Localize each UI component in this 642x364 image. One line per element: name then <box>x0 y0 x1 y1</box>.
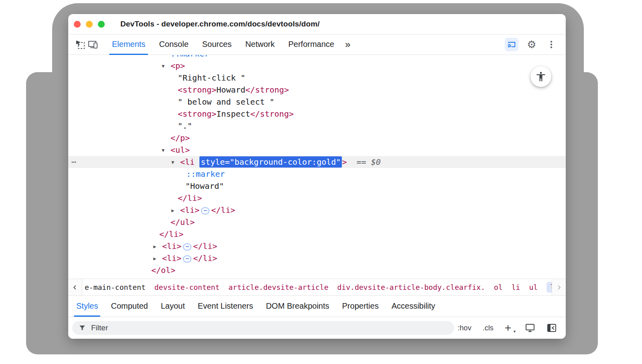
dom-text[interactable]: "Right-click " <box>178 73 246 83</box>
disclosure-open-icon[interactable]: ▼ <box>162 144 171 156</box>
minimize-window-button[interactable] <box>86 21 93 28</box>
pseudo-element-marker[interactable]: ::marker <box>171 55 209 59</box>
tab-console[interactable]: Console <box>152 34 195 55</box>
tab-sources[interactable]: Sources <box>195 34 238 55</box>
dom-tree-line[interactable]: ▶<li>⋯</li> <box>68 204 566 216</box>
dom-tag[interactable]: </strong> <box>246 85 289 95</box>
more-panels-button[interactable]: » <box>341 34 354 55</box>
rendering-icon[interactable] <box>525 323 535 333</box>
screencast-icon[interactable] <box>505 38 518 51</box>
accessibility-button[interactable] <box>530 66 551 87</box>
toggle-sidebar-icon[interactable] <box>547 323 557 333</box>
close-window-button[interactable] <box>74 21 81 28</box>
breadcrumb-scroll-left-button[interactable] <box>68 279 82 295</box>
dom-tag[interactable]: </li> <box>193 253 217 263</box>
dom-tree-line[interactable]: "." <box>68 120 566 132</box>
tab-performance[interactable]: Performance <box>282 34 341 55</box>
dom-tree-line[interactable]: <strong>Inspect</strong> <box>68 108 566 120</box>
device-toolbar-icon[interactable] <box>87 38 100 51</box>
breadcrumb-item-e-main-content[interactable]: e-main-content <box>85 283 146 291</box>
breadcrumb-item-ol[interactable]: ol <box>494 283 503 291</box>
sidebar-tab-properties[interactable]: Properties <box>336 296 385 317</box>
dom-tag[interactable]: <p> <box>171 61 185 71</box>
dom-tree-line[interactable]: ::marker <box>68 168 566 180</box>
sidebar-tab-accessibility[interactable]: Accessibility <box>385 296 442 317</box>
tab-elements[interactable]: Elements <box>105 34 152 55</box>
selected-attribute[interactable]: style="background-color:gold" <box>199 156 342 168</box>
dom-text[interactable]: " below and select " <box>178 97 274 107</box>
element-classes-button[interactable]: .cls <box>483 324 494 332</box>
dom-text[interactable] <box>366 157 371 167</box>
dom-tag[interactable]: <ul> <box>171 145 190 155</box>
dom-tree-line[interactable]: " below and select " <box>68 96 566 108</box>
settings-gear-icon[interactable]: ⚙ <box>525 38 538 51</box>
filter-input[interactable]: Filter <box>72 321 454 335</box>
dom-tag[interactable]: </li> <box>178 193 202 203</box>
dom-tag[interactable]: > <box>342 157 347 167</box>
breadcrumb-item-div-devsite-article-body-clearfix[interactable]: div.devsite-article-body.clearfix. <box>337 283 485 291</box>
dom-text[interactable]: Inspect <box>216 109 250 119</box>
dom-tree-line[interactable]: ⋯▼<li style="background-color:gold"> == … <box>68 156 566 168</box>
zoom-window-button[interactable] <box>98 21 105 28</box>
dom-tree-line[interactable]: ▶<li>⋯</li> <box>68 252 566 264</box>
disclosure-closed-icon[interactable]: ▶ <box>153 253 162 265</box>
disclosure-open-icon[interactable]: ▼ <box>171 156 180 168</box>
dom-tag[interactable]: </ul> <box>171 217 195 227</box>
dom-tag[interactable]: </li> <box>159 229 183 239</box>
toggle-element-state-button[interactable]: :hov <box>458 324 471 332</box>
dom-tree-line[interactable]: <strong>Howard</strong> <box>68 84 566 96</box>
toolbar-right-controls: ⚙ <box>505 38 566 51</box>
dom-tag[interactable]: <li <box>180 157 195 167</box>
sidebar-tab-layout[interactable]: Layout <box>154 296 191 317</box>
dom-tag[interactable]: <strong> <box>178 109 216 119</box>
disclosure-open-icon[interactable]: ▼ <box>162 60 171 72</box>
breadcrumb-scroll-right-button[interactable] <box>552 279 566 295</box>
breadcrumb-item-ul[interactable]: ul <box>529 283 538 291</box>
dom-tag[interactable]: </strong> <box>250 109 294 119</box>
disclosure-closed-icon[interactable]: ▶ <box>171 204 180 216</box>
dom-tag[interactable]: <li> <box>162 253 181 263</box>
dom-text[interactable]: "Howard" <box>185 181 224 191</box>
breadcrumb-item-devsite-content[interactable]: devsite-content <box>154 283 220 291</box>
sidebar-tab-event-listeners[interactable]: Event Listeners <box>191 296 260 317</box>
new-style-rule-button[interactable]: + <box>505 322 511 334</box>
dom-tree-line[interactable]: </ul> <box>68 216 566 228</box>
breadcrumb-item-article-devsite-article[interactable]: article.devsite-article <box>228 283 328 291</box>
dom-text[interactable]: Howard <box>216 85 245 95</box>
dom-tree-line[interactable]: "Right-click " <box>68 72 566 84</box>
breadcrumb-item-li[interactable]: li <box>547 282 552 293</box>
tab-network[interactable]: Network <box>238 34 281 55</box>
more-actions-icon[interactable]: ⋯ <box>71 156 77 168</box>
sidebar-tab-dom-breakpoints[interactable]: DOM Breakpoints <box>260 296 336 317</box>
inspect-element-icon[interactable] <box>74 38 87 51</box>
breadcrumb-item-li[interactable]: li <box>512 283 520 291</box>
dom-tag[interactable]: </p> <box>171 133 190 143</box>
sidebar-tab-styles[interactable]: Styles <box>70 296 104 317</box>
disclosure-closed-icon[interactable]: ▶ <box>153 241 162 253</box>
inline-expand-icon[interactable]: ⋯ <box>183 255 191 263</box>
dom-tree-line[interactable]: </ol> <box>68 264 566 276</box>
dom-tree-line[interactable]: ▼<ul> <box>68 144 566 156</box>
dom-tag[interactable]: <strong> <box>178 85 216 95</box>
sidebar-tab-computed[interactable]: Computed <box>104 296 154 317</box>
dom-tree-line[interactable]: "Howard" <box>68 180 566 192</box>
dom-tree-line[interactable]: </p> <box>68 132 566 144</box>
dom-tag[interactable]: <li> <box>162 241 181 251</box>
dom-tree-line[interactable]: ▶<li>⋯</li> <box>68 240 566 252</box>
window-titlebar: DevTools - developer.chrome.com/docs/dev… <box>68 14 566 34</box>
dom-tree-line[interactable]: </li> <box>68 192 566 204</box>
dom-tree-line[interactable]: ▼<p> <box>68 60 566 72</box>
dom-tag[interactable]: </li> <box>193 241 217 251</box>
dom-text[interactable] <box>195 157 199 167</box>
dom-tree-line[interactable]: ::marker <box>68 55 566 60</box>
dom-tree-line[interactable]: </li> <box>68 228 566 240</box>
pseudo-element-marker[interactable]: ::marker <box>186 169 225 179</box>
dom-text[interactable] <box>347 157 356 167</box>
kebab-menu-icon[interactable] <box>545 38 558 51</box>
inline-expand-icon[interactable]: ⋯ <box>183 243 191 251</box>
dom-text[interactable]: "." <box>178 121 192 131</box>
inline-expand-icon[interactable]: ⋯ <box>201 207 209 214</box>
dom-tag[interactable]: </li> <box>211 205 235 215</box>
dom-tag[interactable]: <li> <box>180 205 199 215</box>
dom-tag[interactable]: </ol> <box>151 265 175 275</box>
